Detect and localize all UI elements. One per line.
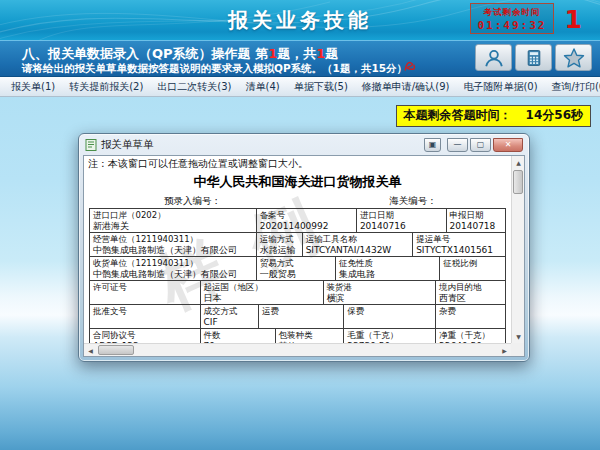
user-button[interactable] [475, 44, 512, 71]
window-titlebar[interactable]: 报关单草单 ▣ — ▢ ✕ [83, 135, 525, 154]
cell-label: 提运单号 [416, 234, 502, 245]
scroll-up-arrow[interactable]: ▲ [512, 156, 525, 169]
declaration-draft-window: 报关单草单 ▣ — ▢ ✕ 注：本该窗口可以任意拖动位置或调整窗口大小。 样例 … [78, 133, 530, 362]
cell-label: 装货港 [327, 282, 433, 293]
question-timer-banner: 本题剩余答题时间：14分56秒 [396, 105, 591, 127]
cell-value: 中鹘集成电路制造（天津）有限公司 [93, 245, 253, 256]
horizontal-scrollbar[interactable]: ◀ ▶ [84, 343, 511, 356]
header-toolbar [475, 44, 592, 71]
maximize-button[interactable]: ▢ [470, 138, 491, 152]
scrollbar-corner [511, 343, 524, 356]
table-cell: 件数79 [200, 328, 275, 343]
progress-middle: 题，共 [277, 46, 316, 61]
exam-timer-label: 考试剩余时间 [471, 7, 553, 19]
document-icon [85, 139, 97, 151]
cell-label: 征税比例 [443, 258, 502, 269]
table-cell: 申报日期20140718 [446, 208, 506, 232]
cell-value: 20140718 [450, 221, 502, 232]
table-row: 许可证号起运国（地区）日本装货港横滨境内目的地西青区 [89, 280, 506, 304]
cell-label: 起运国（地区） [204, 282, 320, 293]
table-cell: 备案号202011400992 [256, 208, 356, 232]
menu-item[interactable]: 修撤单申请/确认(9) [355, 77, 457, 97]
menu-item[interactable]: 清单(4) [239, 77, 287, 97]
exam-timer-value: 01:49:32 [471, 19, 553, 32]
cell-value: SITCYANTAI/1432W [306, 245, 410, 256]
cell-label: 收货单位（1211940311） [93, 258, 253, 269]
table-cell: 贸易方式一般贸易 [256, 256, 335, 280]
menu-item[interactable]: 查询/打印(6) [545, 77, 600, 97]
table-cell: 批准文号 [89, 304, 200, 328]
scroll-right-arrow[interactable]: ▶ [498, 344, 511, 357]
menu-item[interactable]: 出口二次转关(3) [150, 77, 238, 97]
close-button[interactable]: ✕ [493, 138, 523, 152]
table-row: 收货单位（1211940311）中鹘集成电路制造（天津）有限公司贸易方式一般贸易… [89, 256, 506, 280]
cell-label: 经营单位（1211940311） [93, 234, 253, 245]
table-cell: 进口日期20140716 [356, 208, 446, 232]
scroll-down-arrow[interactable]: ▼ [512, 330, 525, 343]
cell-label: 进口日期 [360, 210, 443, 221]
table-cell: 提运单号SITYCTX1401561 [412, 232, 506, 256]
cell-label: 杂费 [439, 306, 502, 317]
exam-app: 报关业务技能 考试剩余时间 01:49:32 1 八、报关单数据录入（QP系统）… [0, 0, 600, 450]
table-cell: 保费 [343, 304, 435, 328]
form-number-row: 预录入编号： 海关编号： [89, 195, 506, 208]
cell-value: SITYCTX1401561 [416, 245, 502, 256]
cell-value: 202011400992 [260, 221, 353, 232]
question-bar: 八、报关单数据录入（QP系统）操作题 第1题，共1题 请将给出的报关单草单数据按… [0, 40, 600, 77]
exam-timer-box: 考试剩余时间 01:49:32 [470, 3, 554, 34]
minimize-button[interactable]: — [447, 138, 468, 152]
calculator-icon [524, 48, 544, 68]
menu-item[interactable]: 报关单(1) [4, 77, 62, 97]
cell-label: 成交方式 [204, 306, 255, 317]
table-cell: 征税比例 [439, 256, 506, 280]
cell-label: 件数 [204, 330, 272, 341]
window-pin-button[interactable]: ▣ [424, 138, 441, 152]
cell-value: 集成电路 [339, 269, 436, 280]
horizontal-scroll-thumb[interactable] [98, 345, 134, 355]
table-cell: 境内目的地西青区 [435, 280, 506, 304]
progress-prefix: 第 [255, 46, 268, 61]
pre-entry-number-label: 预录入编号： [164, 195, 221, 208]
red-seal-icon [402, 58, 418, 74]
vertical-scroll-thumb[interactable] [513, 170, 523, 194]
table-row: 合同协议号ABCD-123件数79包装种类其他毛重（千克）23739.50净重（… [89, 328, 506, 343]
table-cell: 毛重（千克）23739.50 [343, 328, 435, 343]
table-cell: 运费 [258, 304, 343, 328]
menu-item[interactable]: 转关提前报关(2) [62, 77, 150, 97]
favorite-button[interactable] [555, 44, 592, 71]
cell-label: 运费 [262, 306, 340, 317]
window-title: 报关单草单 [101, 138, 154, 152]
table-cell: 成交方式CIF [200, 304, 258, 328]
app-header: 报关业务技能 考试剩余时间 01:49:32 1 [0, 0, 600, 40]
question-title: 八、报关单数据录入（QP系统）操作题 第1题，共1题 [22, 45, 338, 63]
cell-value: 一般贸易 [260, 269, 332, 280]
calculator-button[interactable] [515, 44, 552, 71]
cell-label: 保费 [347, 306, 432, 317]
cell-value: 西青区 [439, 293, 502, 304]
cell-value: 水路运输 [260, 245, 299, 256]
cell-label: 贸易方式 [260, 258, 332, 269]
menu-item[interactable]: 单据下载(5) [287, 77, 355, 97]
vertical-scrollbar[interactable]: ▲ ▼ [511, 156, 524, 343]
question-title-text: 八、报关单数据录入（QP系统）操作题 [22, 46, 251, 61]
table-cell: 运输方式水路运输 [256, 232, 302, 256]
cell-label: 申报日期 [450, 210, 502, 221]
table-cell: 许可证号 [89, 280, 200, 304]
table-cell: 经营单位（1211940311）中鹘集成电路制造（天津）有限公司 [89, 232, 256, 256]
cell-label: 许可证号 [93, 282, 197, 293]
scroll-left-arrow[interactable]: ◀ [84, 344, 97, 357]
cell-label: 批准文号 [93, 306, 197, 317]
question-timer-label: 本题剩余答题时间： [404, 108, 512, 122]
table-cell: 征免性质集成电路 [335, 256, 439, 280]
cell-label: 备案号 [260, 210, 353, 221]
cell-value: 中鹘集成电路制造（天津）有限公司 [93, 269, 253, 280]
menu-item[interactable]: 电子随附单据(0) [456, 77, 544, 97]
table-cell: 装货港横滨 [323, 280, 436, 304]
question-instruction: 请将给出的报关单草单数据按答题说明的要求录入模拟QP系统。（1题，共15分） [22, 62, 407, 76]
table-cell: 净重（千克）22649.50 [435, 328, 506, 343]
window-note: 注：本该窗口可以任意拖动位置或调整窗口大小。 [88, 157, 308, 171]
table-cell: 收货单位（1211940311）中鹘集成电路制造（天津）有限公司 [89, 256, 256, 280]
user-icon [483, 47, 505, 69]
cell-label: 征免性质 [339, 258, 436, 269]
menu-bar: 报关单(1)转关提前报关(2)出口二次转关(3)清单(4)单据下载(5)修撤单申… [0, 77, 600, 97]
